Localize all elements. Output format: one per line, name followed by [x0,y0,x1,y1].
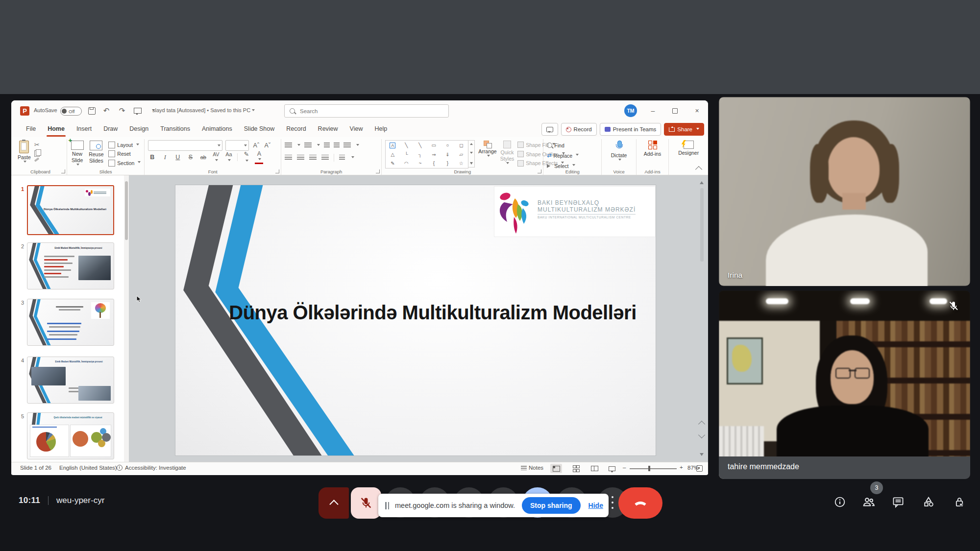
underline-button[interactable]: U [173,154,182,161]
shape-rectangle[interactable]: ▭ [432,143,436,148]
strikethrough-button[interactable]: S [186,154,195,161]
tab-draw[interactable]: Draw [98,121,123,137]
accessibility-status[interactable]: Accessibility: Investigate [117,465,186,471]
shape-brace-right[interactable]: } [447,161,448,166]
text-shadow-button[interactable]: ab [199,154,207,160]
host-controls-button[interactable] [948,490,971,514]
start-slideshow-button[interactable] [132,105,144,116]
normal-view-button[interactable] [550,464,562,473]
shape-arrow-down[interactable]: ⇓ [445,152,449,157]
slide-thumbnail-3[interactable]: 3 [27,299,114,346]
scrollbar-thumb[interactable] [700,188,704,262]
save-button[interactable] [86,105,98,116]
change-case-button[interactable]: Aa [224,151,233,163]
shapes-gallery[interactable]: A ╲ ╲ ▭ ○ ◻ △ └ ┐ ⇒ ⇓ ▱ ✎ ◠ ~ [385,140,468,168]
hide-notification-link[interactable]: Hide [588,502,603,509]
slide-canvas[interactable]: BAKI BEYNƏLXALQ MULTIKULTURALIZM MƏRKƏZİ… [175,185,656,455]
addins-button[interactable]: Add-ins [644,140,662,167]
tab-file[interactable]: File [20,121,42,137]
numbering-button[interactable] [304,143,312,148]
drawing-dialog-launcher[interactable] [538,169,541,173]
chat-button[interactable] [886,490,910,514]
italic-button[interactable]: I [161,154,169,161]
mic-options-button[interactable] [318,487,349,519]
section-button[interactable]: Section [108,159,141,167]
reset-button[interactable]: Reset [108,150,141,158]
zoom-slider-track[interactable] [630,468,677,469]
align-right-button[interactable] [309,155,317,161]
layout-button[interactable]: Layout [108,141,141,149]
record-button[interactable]: Record [561,123,597,136]
comments-button[interactable] [541,123,558,136]
shape-arrow-right[interactable]: ⇒ [432,152,436,157]
slideshow-view-button[interactable] [606,464,618,473]
tab-record[interactable]: Record [280,121,312,137]
slide-thumbnail-4[interactable]: 4 Etnik Mədəni Müxtəliflik, İmmiqrasiya … [27,357,114,404]
new-slide-button[interactable]: New Slide [71,140,84,167]
shape-scribble[interactable]: ✎ [391,161,394,166]
decrease-indent-button[interactable] [324,143,330,148]
notes-button[interactable]: Notes [521,465,543,471]
present-in-teams-button[interactable]: Present in Teams [600,123,662,136]
redo-button[interactable]: ↷ [116,105,128,116]
shape-triangle[interactable]: △ [391,152,394,157]
reuse-slides-button[interactable]: Reuse Slides [87,140,105,167]
undo-button[interactable]: ↶ [100,105,112,116]
minimize-button[interactable]: – [642,100,664,121]
tab-view[interactable]: View [344,121,369,137]
scrollbar-thumb[interactable] [125,181,128,240]
increase-indent-button[interactable] [334,143,340,148]
align-center-button[interactable] [297,155,304,161]
align-left-button[interactable] [285,155,292,161]
zoom-in-button[interactable]: + [680,464,683,470]
zoom-out-button[interactable]: – [623,464,626,470]
replace-button[interactable]: ⇄Replace [547,151,598,160]
shrink-font-button[interactable]: Aˇ [263,142,271,149]
font-color-button[interactable]: A [255,151,263,164]
scroll-down-icon[interactable] [700,453,704,458]
justify-button[interactable] [321,155,329,161]
shape-arc[interactable]: ◠ [404,161,409,166]
activities-button[interactable] [917,490,940,514]
copy-button[interactable] [34,150,40,157]
autosave-toggle[interactable]: Off [60,107,82,116]
end-call-button[interactable] [618,487,662,519]
participant-tile-tahire[interactable]: tahire memmedzade [719,290,970,479]
tab-animations[interactable]: Animations [196,121,238,137]
character-spacing-button[interactable]: AV [212,151,220,163]
bullets-button[interactable] [285,143,292,148]
shape-star[interactable]: ☆ [459,161,464,166]
font-name-select[interactable] [148,140,222,151]
search-box[interactable] [284,104,449,118]
tab-review[interactable]: Review [312,121,344,137]
tab-help[interactable]: Help [368,121,393,137]
pause-sharing-icon[interactable] [385,502,389,509]
shapes-gallery-scrollbar[interactable] [468,140,475,168]
tab-transitions[interactable]: Transitions [154,121,196,137]
line-spacing-button[interactable] [343,143,351,148]
previous-slide-button[interactable] [698,421,705,428]
font-size-select[interactable] [225,140,249,151]
tab-design[interactable]: Design [123,121,154,137]
shape-oval[interactable]: ○ [446,143,449,148]
quick-styles-button[interactable]: Quick Styles [500,140,514,167]
shape-parallelogram[interactable]: ▱ [459,152,463,157]
shape-brace-left[interactable]: { [433,161,435,166]
paragraph-dialog-launcher[interactable] [376,169,380,173]
shape-rounded-rectangle[interactable]: ◻ [459,143,463,148]
language-status[interactable]: English (United States) [59,465,117,471]
participant-tile-irina[interactable]: Irina [719,97,970,286]
next-slide-button[interactable] [698,431,705,438]
close-button[interactable]: × [686,100,708,121]
designer-button[interactable]: Designer [678,140,699,167]
shape-elbow[interactable]: └ [405,152,408,157]
tab-slide-show[interactable]: Slide Show [238,121,281,137]
meeting-details-button[interactable] [828,490,852,514]
grow-font-button[interactable]: Aˆ [252,142,260,149]
slide-sorter-view-button[interactable] [570,464,582,473]
format-painter-button[interactable] [34,157,39,162]
fit-slide-button[interactable] [696,465,703,472]
shape-textbox[interactable]: A [390,143,395,148]
microphone-muted-button[interactable] [351,487,381,519]
dictate-button[interactable]: Dictate [611,140,627,167]
